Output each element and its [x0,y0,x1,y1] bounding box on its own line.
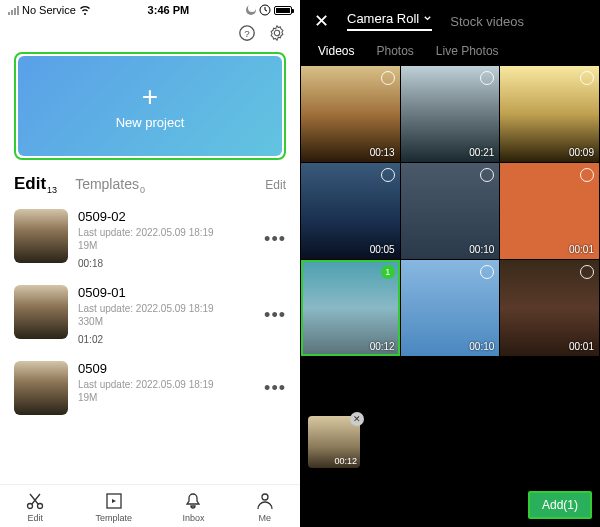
tray-clip-duration: 00:12 [334,456,357,466]
tab-bottom-template[interactable]: Template [96,491,133,523]
bottom-tabbar: Edit Template Inbox Me [0,484,300,527]
media-tab-photos[interactable]: Photos [376,44,413,58]
close-icon[interactable]: ✕ [314,10,329,32]
source-camera-roll[interactable]: Camera Roll [347,11,432,31]
media-clip[interactable]: 00:09 [500,66,599,162]
signal-icon [8,6,19,15]
media-tab-live[interactable]: Live Photos [436,44,499,58]
clock-text: 3:46 PM [148,4,190,16]
add-button[interactable]: Add(1) [528,491,592,519]
clip-duration: 00:13 [370,147,395,158]
project-thumb [14,285,68,339]
select-circle[interactable] [580,71,594,85]
battery-icon [274,6,292,15]
select-circle[interactable] [381,168,395,182]
media-clip[interactable]: 100:12 [301,260,400,356]
project-duration: 01:02 [78,334,254,345]
svg-text:?: ? [244,28,250,39]
svg-point-5 [38,504,43,509]
select-circle[interactable] [580,265,594,279]
clip-duration: 00:09 [569,147,594,158]
bell-icon [183,491,203,511]
project-meta: Last update: 2022.05.09 18:1919M [78,378,254,404]
rotation-lock-icon [259,4,271,16]
select-circle[interactable] [580,168,594,182]
svg-point-3 [274,30,279,35]
tray-clip[interactable]: ✕ 00:12 [308,416,360,468]
media-clip[interactable]: 00:01 [500,260,599,356]
project-list: 0509-02Last update: 2022.05.09 18:1919M0… [0,201,300,527]
more-icon[interactable]: ••• [264,229,286,250]
more-icon[interactable]: ••• [264,305,286,326]
moon-icon [246,5,256,15]
edit-list-button[interactable]: Edit [265,178,286,192]
project-meta: Last update: 2022.05.09 18:1919M [78,226,254,252]
project-title: 0509-02 [78,209,254,224]
clip-duration: 00:21 [469,147,494,158]
more-icon[interactable]: ••• [264,378,286,399]
tab-bottom-me[interactable]: Me [255,491,275,523]
help-icon[interactable]: ? [238,24,256,42]
svg-point-4 [28,504,33,509]
project-row[interactable]: 0509-02Last update: 2022.05.09 18:1919M0… [0,201,300,277]
clip-duration: 00:10 [469,341,494,352]
status-bar: No Service 3:46 PM [0,0,300,20]
clip-duration: 00:12 [370,341,395,352]
new-project-label: New project [116,115,185,130]
chevron-down-icon [423,14,432,23]
clip-duration: 00:05 [370,244,395,255]
tab-templates[interactable]: Templates0 [75,176,145,195]
project-row[interactable]: 0509Last update: 2022.05.09 18:1919M••• [0,353,300,423]
select-circle[interactable] [381,71,395,85]
tab-edit[interactable]: Edit13 [14,174,57,195]
media-clip[interactable]: 00:05 [301,163,400,259]
wifi-icon [79,5,91,15]
media-clip[interactable]: 00:10 [401,260,500,356]
media-tab-videos[interactable]: Videos [318,44,354,58]
select-circle[interactable] [480,168,494,182]
tab-bottom-edit[interactable]: Edit [25,491,45,523]
clip-duration: 00:01 [569,244,594,255]
plus-icon: + [142,83,158,111]
select-circle[interactable] [480,265,494,279]
svg-point-7 [262,494,268,500]
project-thumb [14,361,68,415]
project-row[interactable]: 0509-01Last update: 2022.05.09 18:19330M… [0,277,300,353]
media-clip[interactable]: 00:01 [500,163,599,259]
template-icon [104,491,124,511]
media-grid: 00:1300:2100:0900:0500:1000:01100:1200:1… [300,66,600,356]
project-title: 0509-01 [78,285,254,300]
person-icon [255,491,275,511]
clip-duration: 00:01 [569,341,594,352]
select-circle[interactable] [480,71,494,85]
clip-duration: 00:10 [469,244,494,255]
project-thumb [14,209,68,263]
scissors-icon [25,491,45,511]
carrier-text: No Service [22,4,76,16]
new-project-button[interactable]: + New project [14,52,286,160]
selection-badge: 1 [381,265,395,279]
media-clip[interactable]: 00:10 [401,163,500,259]
media-clip[interactable]: 00:13 [301,66,400,162]
tab-bottom-inbox[interactable]: Inbox [182,491,204,523]
project-title: 0509 [78,361,254,376]
settings-icon[interactable] [268,24,286,42]
project-meta: Last update: 2022.05.09 18:19330M [78,302,254,328]
source-stock-videos[interactable]: Stock videos [450,14,524,29]
project-duration: 00:18 [78,258,254,269]
remove-clip-icon[interactable]: ✕ [350,412,364,426]
media-clip[interactable]: 00:21 [401,66,500,162]
